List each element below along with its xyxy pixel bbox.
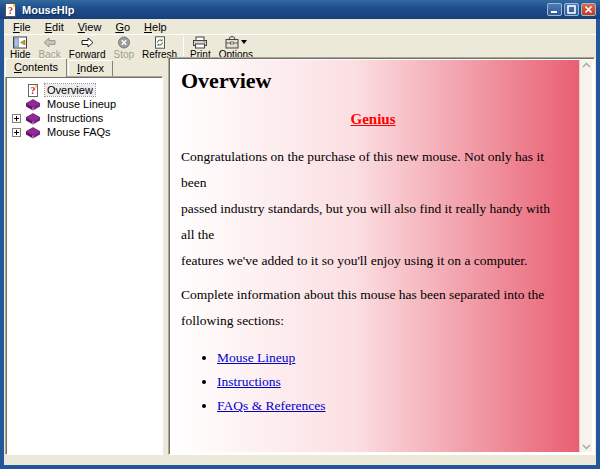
- tab-index[interactable]: Index: [68, 60, 113, 76]
- refresh-button[interactable]: Refresh: [138, 36, 181, 59]
- help-topic-icon: ?: [25, 84, 41, 97]
- maximize-icon: [567, 5, 576, 14]
- svg-text:?: ?: [31, 85, 36, 96]
- hide-icon: [10, 36, 30, 49]
- scroll-down-icon[interactable]: [582, 444, 591, 450]
- client-area: File Edit View Go Help Hide Back: [4, 19, 596, 465]
- tree-item-mouse-lineup[interactable]: Mouse Lineup: [10, 97, 160, 111]
- help-viewer-window: ? MouseHlp File Edit View Go Help: [0, 0, 600, 469]
- menu-go[interactable]: Go: [108, 19, 137, 34]
- maximize-button[interactable]: [564, 3, 579, 16]
- menu-help[interactable]: Help: [137, 19, 174, 34]
- tree-label: Instructions: [45, 112, 105, 124]
- toolbar: Hide Back Forward Stop: [4, 34, 596, 57]
- tree-label: Mouse Lineup: [45, 98, 118, 110]
- section-link-list: Mouse Lineup Instructions FAQs & Referen…: [217, 350, 565, 414]
- close-icon: [584, 5, 593, 14]
- print-button[interactable]: Print: [186, 36, 215, 59]
- scroll-up-icon[interactable]: [582, 62, 591, 68]
- tree-item-overview[interactable]: ? Overview: [10, 83, 160, 97]
- expand-plus-icon[interactable]: [12, 128, 21, 137]
- svg-text:?: ?: [8, 4, 13, 15]
- expand-plus-icon[interactable]: [12, 114, 21, 123]
- help-file-icon: ?: [4, 3, 18, 17]
- brand-link[interactable]: Genius: [350, 111, 395, 127]
- window-title: MouseHlp: [22, 4, 75, 16]
- book-icon: [25, 126, 41, 139]
- link-instructions[interactable]: Instructions: [217, 374, 281, 389]
- tree-label: Mouse FAQs: [45, 126, 113, 138]
- contents-tree: ? Overview Mouse Lineup: [5, 76, 163, 455]
- book-icon: [25, 112, 41, 125]
- toolbar-separator: [183, 37, 184, 56]
- vertical-scrollbar[interactable]: [579, 60, 592, 452]
- forward-button[interactable]: Forward: [65, 36, 110, 59]
- forward-arrow-icon: [78, 36, 96, 49]
- intro-paragraph: Congratulations on the purchase of this …: [181, 144, 565, 274]
- titlebar[interactable]: ? MouseHlp: [0, 0, 600, 19]
- brand-line: Genius: [181, 110, 565, 128]
- menubar: File Edit View Go Help: [4, 19, 596, 34]
- sections-intro: Complete information about this mouse ha…: [181, 282, 565, 334]
- minimize-button[interactable]: [547, 3, 562, 16]
- tab-contents[interactable]: Contents: [5, 58, 67, 77]
- tree-item-mouse-faqs[interactable]: Mouse FAQs: [10, 125, 160, 139]
- stop-button[interactable]: Stop: [110, 36, 139, 59]
- book-icon: [25, 98, 41, 111]
- stop-icon: [117, 36, 131, 49]
- link-mouse-lineup[interactable]: Mouse Lineup: [217, 350, 295, 365]
- list-item: Mouse Lineup: [217, 350, 565, 366]
- nav-tabs: Contents Index: [5, 57, 114, 76]
- menu-file[interactable]: File: [6, 19, 38, 34]
- tree-item-instructions[interactable]: Instructions: [10, 111, 160, 125]
- refresh-icon: [153, 36, 167, 49]
- navigation-pane: Contents Index ? Overview: [5, 57, 163, 455]
- back-button[interactable]: Back: [35, 36, 65, 59]
- topic-pane: Overview Genius Congratulations on the p…: [168, 57, 595, 455]
- options-button[interactable]: Options: [215, 36, 257, 59]
- list-item: FAQs & References: [217, 398, 565, 414]
- menu-view[interactable]: View: [71, 19, 109, 34]
- topic-heading: Overview: [181, 68, 565, 94]
- topic-content: Overview Genius Congratulations on the p…: [171, 60, 579, 452]
- menu-edit[interactable]: Edit: [38, 19, 71, 34]
- minimize-icon: [550, 5, 559, 14]
- link-faqs-references[interactable]: FAQs & References: [217, 398, 325, 413]
- dropdown-arrow-icon: [241, 40, 247, 44]
- hide-button[interactable]: Hide: [6, 36, 35, 59]
- back-arrow-icon: [41, 36, 59, 49]
- list-item: Instructions: [217, 374, 565, 390]
- print-icon: [191, 36, 209, 49]
- close-button[interactable]: [581, 3, 596, 16]
- options-icon: [224, 36, 240, 49]
- tree-label: Overview: [45, 84, 95, 96]
